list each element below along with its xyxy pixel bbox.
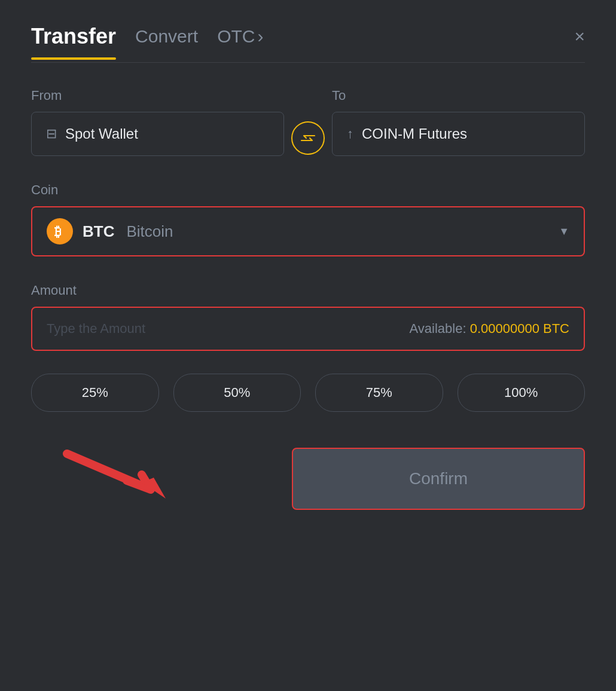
pct-100-button[interactable]: 100% (458, 374, 585, 412)
tab-otc[interactable]: OTC › (217, 26, 263, 47)
swap-icon (300, 132, 316, 144)
svg-text:₿: ₿ (54, 224, 61, 239)
to-section: To ↑ COIN-M Futures (332, 88, 585, 156)
from-label: From (31, 88, 284, 103)
amount-placeholder: Type the Amount (47, 321, 145, 337)
tab-convert[interactable]: Convert (135, 26, 198, 47)
pct-25-button[interactable]: 25% (31, 374, 159, 412)
available-value: 0.00000000 BTC (470, 321, 569, 336)
futures-icon: ↑ (347, 126, 353, 142)
amount-section: Amount Type the Amount Available: 0.0000… (31, 283, 585, 351)
coin-section: Coin ₿ BTC Bitcoin ▼ (31, 182, 585, 256)
wallet-icon: ⊟ (46, 126, 57, 142)
to-wallet-text: COIN-M Futures (362, 126, 467, 142)
from-wallet-text: Spot Wallet (65, 126, 138, 142)
modal-header: Transfer Convert OTC › × (31, 24, 585, 49)
from-to-row: From ⊟ Spot Wallet To ↑ COIN-M Futures (31, 88, 585, 156)
available-display: Available: 0.00000000 BTC (410, 321, 569, 337)
to-label: To (332, 88, 585, 103)
coin-dropdown[interactable]: ₿ BTC Bitcoin ▼ (31, 206, 585, 256)
from-wallet-selector[interactable]: ⊟ Spot Wallet (31, 112, 284, 156)
to-wallet-selector[interactable]: ↑ COIN-M Futures (332, 112, 585, 156)
close-button[interactable]: × (574, 27, 585, 45)
header-divider (31, 62, 585, 63)
otc-chevron: › (257, 26, 263, 47)
swap-button[interactable] (291, 121, 325, 155)
pct-75-button[interactable]: 75% (315, 374, 443, 412)
tab-transfer[interactable]: Transfer (31, 24, 116, 49)
amount-label: Amount (31, 283, 585, 298)
from-section: From ⊟ Spot Wallet (31, 88, 284, 156)
coin-label: Coin (31, 182, 585, 198)
swap-wrapper (284, 121, 332, 156)
coin-dropdown-arrow: ▼ (559, 225, 569, 238)
coin-fullname: Bitcoin (126, 222, 173, 241)
coin-symbol: BTC (83, 222, 114, 241)
confirm-button[interactable]: Confirm (292, 448, 585, 510)
available-label: Available: (410, 321, 466, 336)
percentage-row: 25% 50% 75% 100% (31, 374, 585, 412)
pct-50-button[interactable]: 50% (173, 374, 301, 412)
arrow-pointer-wrapper (55, 442, 187, 510)
confirm-area: Confirm (31, 448, 585, 510)
transfer-modal: Transfer Convert OTC › × From ⊟ Spot Wal… (0, 0, 616, 691)
btc-icon: ₿ (47, 218, 73, 244)
amount-box: Type the Amount Available: 0.00000000 BT… (31, 307, 585, 351)
arrow-svg (55, 442, 187, 507)
bitcoin-symbol: ₿ (52, 224, 68, 239)
